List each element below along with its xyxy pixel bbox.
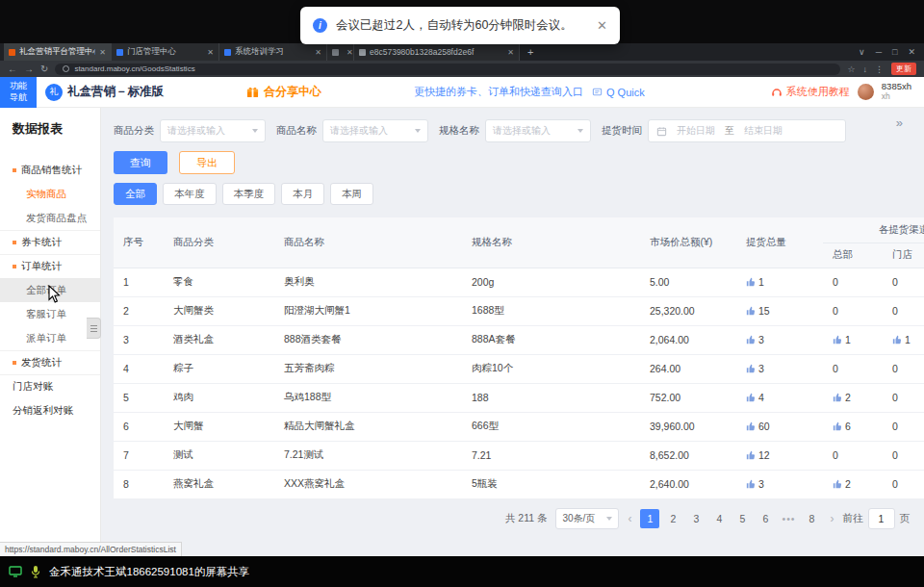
calendar-icon xyxy=(656,126,667,137)
sidebar-item-label: 券卡统计 xyxy=(21,236,62,249)
sidebar-item[interactable]: 门店对账 xyxy=(0,374,100,398)
download-icon[interactable]: ↓ xyxy=(863,64,868,74)
toast-close-button[interactable]: ✕ xyxy=(597,18,607,33)
browser-tab[interactable]: 门店管理中心 ✕ xyxy=(112,43,219,61)
hamburger-icon xyxy=(90,328,97,329)
sidebar-item[interactable]: 发货统计 xyxy=(0,350,100,374)
sidebar-item[interactable]: 券卡统计 xyxy=(0,230,100,254)
window-close-button[interactable]: ✕ xyxy=(908,47,915,57)
cell-price: 25,320.00 xyxy=(640,296,736,325)
back-button[interactable]: ← xyxy=(8,64,17,74)
range-tab[interactable]: 全部 xyxy=(114,183,157,205)
chevron-down-icon xyxy=(606,517,612,521)
reload-button[interactable]: ↻ xyxy=(40,64,48,74)
site-info-icon[interactable] xyxy=(63,65,69,72)
page-button[interactable]: 1 xyxy=(640,509,659,528)
cell-hq-count: 0 xyxy=(823,268,883,296)
browser-tab[interactable]: ✕ xyxy=(327,43,354,61)
browser-update-badge[interactable]: 更新 xyxy=(891,63,916,75)
bookmark-star-icon[interactable]: ☆ xyxy=(847,64,855,74)
page-button[interactable]: 2 xyxy=(663,509,682,528)
forward-button[interactable]: → xyxy=(24,64,34,74)
page-button[interactable]: 6 xyxy=(756,509,775,528)
sidebar-item[interactable]: 客服订单 xyxy=(0,302,100,326)
table-row[interactable]: 6 大闸蟹 精品大闸蟹礼盒 666型 39,960.00 60 6 0 xyxy=(114,412,924,441)
tab-close-icon[interactable]: ✕ xyxy=(315,48,321,57)
tab-search-chevron-icon[interactable]: ∨ xyxy=(859,47,865,57)
browser-tab[interactable]: 礼盒营销平台管理中心 ✕ xyxy=(4,43,112,61)
page-goto-input[interactable] xyxy=(868,508,895,529)
page-size-select[interactable]: 30条/页 xyxy=(555,508,619,529)
share-center-link[interactable]: 合分享中心 xyxy=(246,84,321,100)
export-button[interactable]: 导出 xyxy=(179,151,235,174)
cell-store-count: 0 xyxy=(883,383,924,412)
category-select[interactable]: 请选择或输入 xyxy=(160,119,266,142)
page-button[interactable]: 8 xyxy=(803,509,822,528)
page-button[interactable]: 3 xyxy=(686,509,706,528)
page-body: 数据报表 商品销售统计 实物商品 发货商品盘点 xyxy=(0,108,924,556)
table-row[interactable]: 8 燕窝礼盒 XXX燕窝礼盒 5瓶装 2,640.00 3 2 0 xyxy=(114,470,924,498)
table-row[interactable]: 2 大闸蟹类 阳澄湖大闸蟹1 1688型 25,320.00 15 0 0 xyxy=(114,296,924,325)
quick-entry-hint[interactable]: 更快捷的券卡、订单和快递查询入口 xyxy=(414,85,583,99)
pickup-count-icon xyxy=(746,421,756,431)
table-row[interactable]: 5 鸡肉 乌鸡188型 188 752.00 4 2 0 xyxy=(114,383,924,412)
name-placeholder: 请选择或输入 xyxy=(330,124,388,138)
sidebar-item[interactable]: 订单统计 xyxy=(0,254,100,278)
spec-placeholder: 请选择或输入 xyxy=(493,124,551,138)
tab-close-icon[interactable]: ✕ xyxy=(507,48,514,57)
function-nav-button[interactable]: 功能 导航 xyxy=(0,77,37,108)
table-row[interactable]: 1 零食 奥利奥 200g 5.00 1 0 0 xyxy=(114,268,924,296)
range-tab[interactable]: 本周 xyxy=(330,183,373,205)
date-range-picker[interactable]: 开始日期 至 结束日期 xyxy=(648,119,846,142)
next-page-button[interactable]: › xyxy=(831,512,834,525)
category-placeholder: 请选择或输入 xyxy=(167,124,225,138)
name-select[interactable]: 请选择或输入 xyxy=(322,119,428,142)
url-bar[interactable]: standard.maboy.cn/GoodsStatistics xyxy=(55,64,840,75)
table-row[interactable]: 7 测试 7.21测试 7.21 8,652.00 12 0 0 xyxy=(114,441,924,470)
page-button[interactable]: 5 xyxy=(732,509,752,528)
pickup-count-icon xyxy=(746,335,756,345)
table-row[interactable]: 3 酒类礼盒 888酒类套餐 888A套餐 2,064.00 3 1 1 xyxy=(114,325,924,354)
tab-close-icon[interactable]: ✕ xyxy=(207,48,214,57)
tab-favicon-icon xyxy=(359,49,366,56)
search-button[interactable]: 查询 xyxy=(114,151,167,174)
sidebar-collapse-handle[interactable] xyxy=(87,318,101,339)
username-block[interactable]: 8385xh xh xyxy=(882,82,911,102)
prev-page-button[interactable]: ‹ xyxy=(628,512,631,525)
range-tab[interactable]: 本季度 xyxy=(222,183,276,205)
tab-close-icon[interactable]: ✕ xyxy=(346,48,353,57)
browser-tab[interactable]: 系统培训学习 ✕ xyxy=(219,43,327,61)
brand-name: 礼盒营销－标准版 xyxy=(67,84,164,100)
quick-link[interactable]: Q Quick xyxy=(592,87,645,98)
range-tab[interactable]: 本年度 xyxy=(163,183,217,205)
sidebar-item[interactable]: 商品销售统计 xyxy=(0,158,100,182)
tutorial-link[interactable]: 系统使用教程 xyxy=(771,85,850,99)
range-tab[interactable]: 本月 xyxy=(281,183,324,205)
cell-seq: 3 xyxy=(114,325,164,354)
tab-close-icon[interactable]: ✕ xyxy=(99,48,106,57)
cell-seq: 8 xyxy=(114,470,164,498)
page-button[interactable]: 4 xyxy=(709,509,729,528)
sidebar-item[interactable]: 分销返利对账 xyxy=(0,398,100,422)
name-label: 商品名称 xyxy=(276,124,317,138)
cell-name: 阳澄湖大闸蟹1 xyxy=(274,296,462,325)
cell-name: XXX燕窝礼盒 xyxy=(274,470,462,498)
sidebar-item[interactable]: 实物商品 xyxy=(0,182,100,206)
sidebar-item[interactable]: 发货商品盘点 xyxy=(0,206,100,230)
window-minimize-button[interactable]: ─ xyxy=(876,47,882,57)
window-maximize-button[interactable]: □ xyxy=(892,47,897,57)
new-tab-button[interactable]: + xyxy=(520,43,541,61)
more-menu-icon[interactable]: ⋮ xyxy=(875,64,884,74)
sidebar-item[interactable]: 派单订单 xyxy=(0,326,100,350)
bullet-icon xyxy=(13,241,16,244)
table-row[interactable]: 4 粽子 五芳斋肉粽 肉粽10个 264.00 3 0 0 xyxy=(114,354,924,383)
col-seq: 序号 xyxy=(114,217,164,268)
headset-icon xyxy=(771,87,783,98)
panel-collapse-button[interactable]: » xyxy=(896,115,903,130)
browser-tab[interactable]: e8c573980b1328a258fd2e6f ✕ xyxy=(354,43,520,61)
page-button[interactable]: ••• xyxy=(779,509,798,528)
spec-select[interactable]: 请选择或输入 xyxy=(485,119,591,142)
cell-pickup-total: 60 xyxy=(736,412,823,441)
sidebar-item[interactable]: 全部订单 xyxy=(0,278,100,302)
avatar[interactable] xyxy=(858,84,874,100)
